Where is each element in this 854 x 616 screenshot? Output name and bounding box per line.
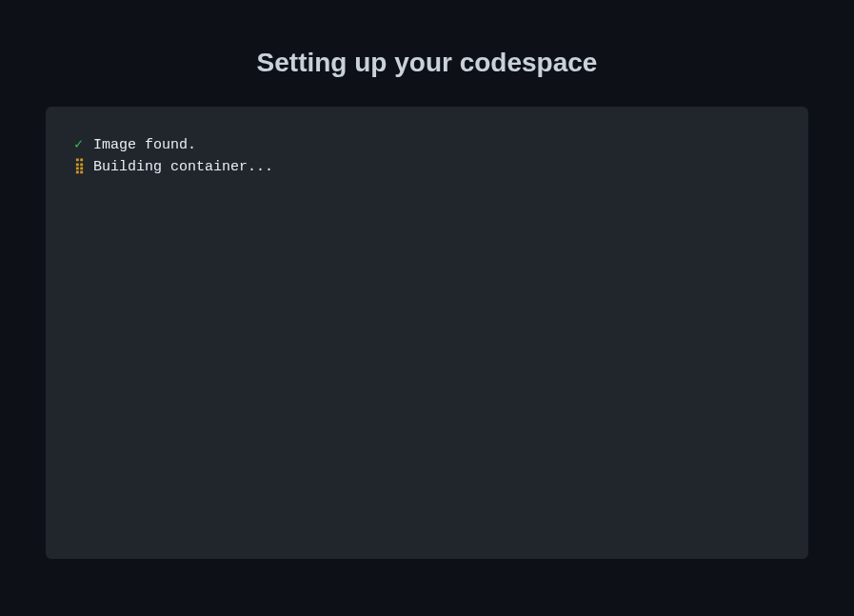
log-text: Building container... — [93, 157, 273, 179]
log-line: ⣿ Building container... — [74, 157, 780, 179]
check-icon: ✓ — [74, 135, 88, 157]
page-title: Setting up your codespace — [0, 0, 854, 107]
log-text: Image found. — [93, 135, 196, 157]
log-line: ✓ Image found. — [74, 135, 780, 157]
spinner-icon: ⣿ — [74, 157, 88, 179]
terminal-output: ✓ Image found. ⣿ Building container... — [46, 107, 808, 559]
